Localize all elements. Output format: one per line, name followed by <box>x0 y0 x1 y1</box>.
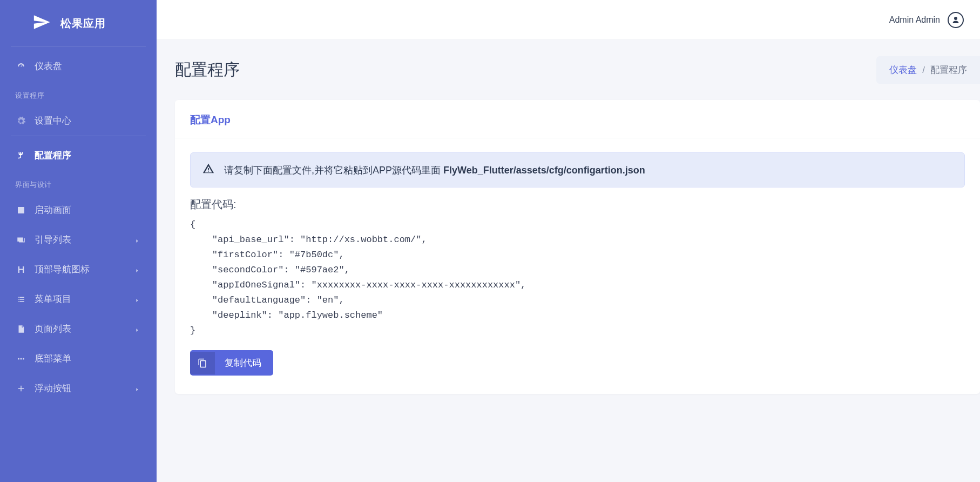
divider <box>11 46 146 47</box>
sidebar-item-splash[interactable]: 启动画面 <box>0 195 157 225</box>
sidebar-item-label: 菜单项目 <box>35 293 134 305</box>
topbar: Admin Admin <box>157 0 980 40</box>
sidebar-item-label: 底部菜单 <box>35 352 141 365</box>
card-title: 配置App <box>190 113 965 127</box>
svg-point-2 <box>23 358 24 359</box>
copy-code-button[interactable]: 复制代码 <box>190 350 273 376</box>
username: Admin Admin <box>889 15 940 25</box>
alert-text: 请复制下面配置文件,并将它粘贴到APP源代码里面 FlyWeb_Flutter/… <box>224 164 645 177</box>
divider <box>11 136 146 136</box>
brand[interactable]: 松果应用 <box>0 3 157 46</box>
page-header: 配置程序 仪表盘 / 配置程序 <box>157 40 980 100</box>
breadcrumb-current: 配置程序 <box>930 64 967 76</box>
heading-icon <box>15 264 27 276</box>
copy-button-label: 复制代码 <box>215 350 273 376</box>
sidebar-item-bottom-menu[interactable]: 底部菜单 <box>0 344 157 373</box>
sidebar-item-label: 启动画面 <box>35 204 141 216</box>
breadcrumb: 仪表盘 / 配置程序 <box>876 56 980 84</box>
svg-point-1 <box>21 358 22 359</box>
sidebar-item-top-nav-icon[interactable]: 顶部导航图标 <box>0 255 157 284</box>
card-header: 配置App <box>175 100 980 138</box>
chevron-right-icon <box>134 385 141 392</box>
sidebar-item-page-list[interactable]: 页面列表 <box>0 314 157 344</box>
svg-point-0 <box>18 358 19 359</box>
sidebar-item-label: 配置程序 <box>35 149 141 162</box>
config-code: { "api_base_url": "http://xs.wobbt.com/"… <box>190 217 965 338</box>
sidebar-item-config-program[interactable]: 配置程序 <box>0 140 157 170</box>
plug-icon <box>15 150 27 162</box>
chevron-right-icon <box>134 296 141 303</box>
sidebar-item-settings-center[interactable]: 设置中心 <box>0 106 157 136</box>
sidebar-section-ui: 界面与设计 <box>0 170 157 195</box>
pages-icon <box>15 323 27 335</box>
config-card: 配置App 请复制下面配置文件,并将它粘贴到APP源代码里面 FlyWeb_Fl… <box>175 100 980 394</box>
sidebar-item-label: 设置中心 <box>35 115 141 127</box>
sidebar-item-label: 浮动按钮 <box>35 382 134 394</box>
main: Admin Admin 配置程序 仪表盘 / 配置程序 配置App <box>157 0 980 482</box>
chevron-right-icon <box>134 325 141 333</box>
ellipsis-icon <box>15 353 27 365</box>
card-body: 请复制下面配置文件,并将它粘贴到APP源代码里面 FlyWeb_Flutter/… <box>175 138 980 376</box>
user-menu[interactable]: Admin Admin <box>889 12 964 28</box>
sidebar-item-label: 仪表盘 <box>35 60 141 72</box>
alert-path: FlyWeb_Flutter/assets/cfg/configartion.j… <box>443 165 645 176</box>
warning-icon <box>202 163 214 177</box>
chevron-right-icon <box>134 236 141 244</box>
chevron-right-icon <box>134 266 141 273</box>
copy-icon <box>190 352 215 374</box>
paper-plane-icon <box>32 13 51 34</box>
plus-icon <box>15 383 27 394</box>
image-icon <box>15 204 27 216</box>
code-label: 配置代码: <box>190 197 965 212</box>
alert-text-prefix: 请复制下面配置文件,并将它粘贴到APP源代码里面 <box>224 165 443 176</box>
breadcrumb-root[interactable]: 仪表盘 <box>889 64 917 76</box>
gears-icon <box>15 115 27 127</box>
sidebar-item-label: 页面列表 <box>35 323 134 335</box>
sidebar-item-float-button[interactable]: 浮动按钮 <box>0 373 157 403</box>
brand-name: 松果应用 <box>60 16 106 31</box>
list-icon <box>15 293 27 305</box>
sidebar-item-label: 顶部导航图标 <box>35 263 134 276</box>
slides-icon <box>15 234 27 246</box>
sidebar-item-dashboard[interactable]: 仪表盘 <box>0 51 157 81</box>
page-title: 配置程序 <box>175 59 240 81</box>
sidebar-item-label: 引导列表 <box>35 233 134 246</box>
sidebar: 松果应用 仪表盘 设置程序 设置中心 配置程序 界面与设计 启动画面 引导列表 <box>0 0 157 482</box>
sidebar-item-menu-items[interactable]: 菜单项目 <box>0 284 157 314</box>
breadcrumb-separator: / <box>922 65 925 76</box>
dashboard-icon <box>15 61 27 72</box>
avatar-icon <box>948 12 964 28</box>
info-alert: 请复制下面配置文件,并将它粘贴到APP源代码里面 FlyWeb_Flutter/… <box>190 152 965 188</box>
sidebar-section-setup: 设置程序 <box>0 81 157 106</box>
sidebar-item-guide-list[interactable]: 引导列表 <box>0 225 157 255</box>
